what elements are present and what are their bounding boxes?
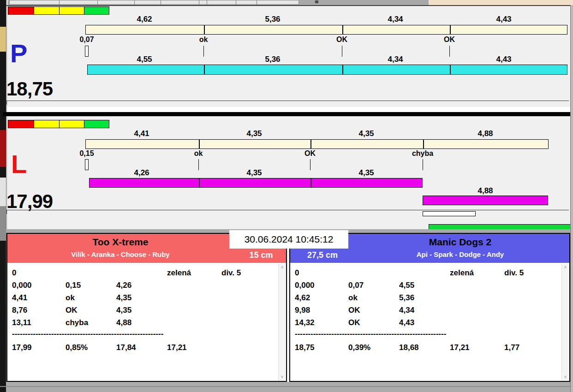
window-right-border (570, 5, 573, 392)
cell: ok (66, 291, 116, 304)
team-members: Vilík - Aranka - Choose - Ruby (7, 250, 233, 258)
split-marker-label: ok (190, 36, 217, 43)
scroll-down-button[interactable]: ∨ (562, 374, 569, 380)
split-time-label: 4,34 (372, 15, 418, 23)
reference-split-bar-l (85, 139, 549, 149)
split-time-label: 4,88 (462, 187, 508, 195)
toolbar-divider (199, 0, 199, 5)
split-divider (423, 139, 424, 149)
legend-green-cell (84, 120, 109, 128)
split-marker-label: OK (436, 36, 463, 43)
legend-yellow-cell (59, 6, 84, 15)
split-time-label: 4,34 (372, 55, 418, 63)
lane-separator-line (6, 101, 569, 101)
status-legend-l (8, 120, 109, 128)
cell: 13,11 (12, 316, 66, 329)
cell: 5,36 (399, 291, 450, 304)
team-card-right: Manic Dogs 2 Api - Spark - Dodge - Andy … (289, 233, 570, 382)
toolbar-divider (97, 0, 98, 5)
background-desktop-artifact (0, 206, 6, 241)
cell: 4,62 (295, 291, 348, 304)
split-tick-line (203, 46, 204, 57)
toolbar-divider (134, 0, 135, 5)
pending-split-outline-bar (423, 211, 476, 216)
cell: div. 5 (504, 267, 555, 279)
scrollbar[interactable]: ∧ ∨ (561, 264, 569, 380)
cell: zelená (167, 267, 221, 279)
jump-height-badge: 27,5 cm (295, 250, 350, 260)
cell (221, 279, 272, 291)
cell: 0 (12, 267, 66, 279)
table-row: 9,98 OK 4,34 (295, 304, 569, 316)
cell: 17,99 (12, 341, 66, 354)
scrollbar[interactable]: ∧ ∨ (278, 264, 286, 380)
cell: chyba (66, 316, 116, 329)
split-divider (199, 139, 200, 149)
summary-row: 17,99 0,85% 17,84 17,21 (12, 341, 286, 354)
cell: 18,68 (399, 341, 450, 354)
cell (504, 279, 555, 291)
total-time-p: 18,75 (6, 79, 53, 99)
split-time-label: 4,35 (231, 169, 277, 177)
team-name: Too X-treme (7, 237, 233, 248)
table-row: 0,000 0,07 4,55 (295, 279, 569, 291)
scroll-up-button[interactable]: ∧ (562, 264, 569, 271)
split-divider (204, 65, 205, 75)
cell: 4,43 (399, 316, 450, 329)
table-row: 4,62 ok 5,36 (295, 291, 569, 304)
background-desktop-edge (0, 0, 6, 392)
split-time-label: 4,35 (343, 130, 389, 137)
bottom-band-line (0, 386, 573, 387)
reference-split-bar-p (85, 25, 567, 35)
toolbar-divider (207, 0, 207, 5)
split-tick-line (310, 159, 310, 170)
team-split-bar-p (87, 65, 567, 75)
lane-letter-l: L (11, 151, 27, 177)
split-marker-label: 0,07 (73, 36, 101, 43)
cell (221, 304, 272, 316)
split-time-label: 4,55 (121, 55, 167, 63)
cell: OK (66, 304, 116, 316)
panel-gap (7, 107, 570, 112)
split-divider (204, 25, 205, 35)
legend-red-cell (8, 120, 34, 128)
cell: 18,75 (295, 341, 348, 354)
cell: 14,32 (295, 316, 348, 329)
cell (504, 304, 555, 316)
cell (450, 316, 504, 329)
split-time-label: 4,43 (481, 55, 527, 63)
status-legend-p (8, 6, 109, 15)
cell (167, 304, 221, 316)
jump-height-badge: 15 cm (236, 250, 286, 260)
line-end-tick (6, 101, 7, 105)
scroll-down-button[interactable]: ∨ (279, 374, 286, 380)
split-time-label: 4,88 (462, 130, 508, 137)
results-table-left: 0 zelená div. 5 0,000 0,15 4,26 4,41 ok … (7, 263, 286, 381)
split-time-label: 4,62 (121, 15, 167, 23)
background-desktop-artifact (0, 27, 6, 52)
total-time-l: 17,99 (6, 192, 53, 211)
toolbar-divider (236, 0, 236, 5)
cell (348, 267, 399, 279)
split-time-label: 4,35 (343, 169, 389, 177)
cell: 0,000 (295, 279, 348, 291)
cell (221, 291, 272, 304)
background-desktop-artifact (0, 178, 6, 206)
lane-letter-p: P (10, 41, 27, 66)
cell (167, 291, 221, 304)
cell: OK (348, 316, 399, 329)
team-split-bar-l-segment4 (423, 196, 548, 205)
cell: 4,34 (399, 304, 450, 316)
scroll-up-button[interactable]: ∧ (279, 264, 286, 271)
cell (221, 316, 272, 329)
cell: 4,35 (116, 304, 167, 316)
cell: 0,000 (12, 279, 66, 291)
split-tick-line (198, 159, 199, 170)
split-time-label: 4,35 (231, 130, 277, 137)
bottom-band (6, 382, 573, 392)
split-time-label: 5,36 (250, 55, 296, 63)
cell (504, 316, 555, 329)
split-marker-label: chyba (404, 150, 441, 157)
toolbar-divider (161, 0, 161, 5)
cell: 17,84 (116, 341, 167, 354)
